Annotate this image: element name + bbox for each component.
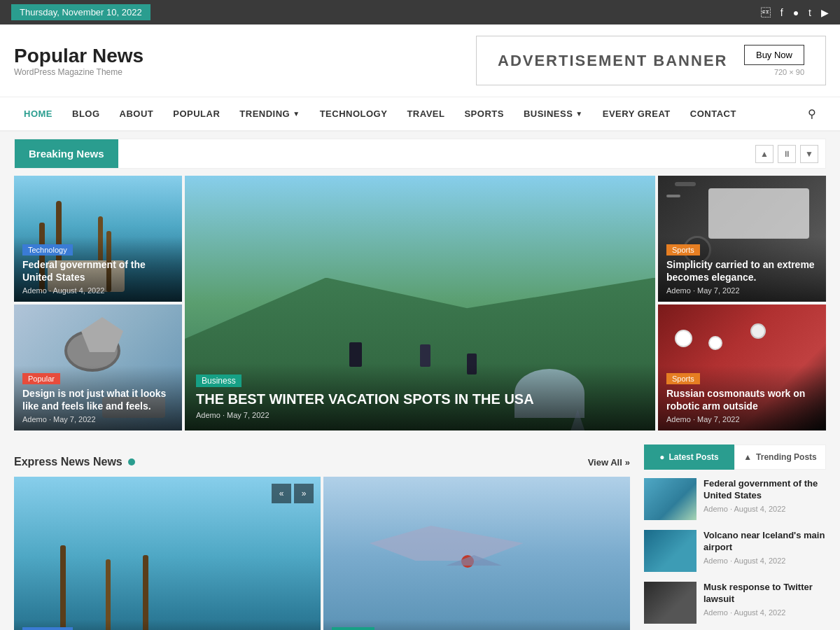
- card-badge: Technology: [22, 627, 73, 631]
- featured-card-bottom-right[interactable]: Sports Russian cosmonauts work on roboti…: [658, 304, 826, 430]
- nav-item-every-great[interactable]: EVERY GREAT: [593, 99, 680, 129]
- card-badge: Sports: [666, 244, 700, 255]
- card-meta: Ademo · August 4, 2022: [22, 286, 174, 295]
- fire-icon: ●: [659, 452, 664, 462]
- main-nav: HOME BLOG ABOUT POPULAR TRENDING ▼ TECHN…: [0, 97, 840, 132]
- nav-item-home[interactable]: HOME: [14, 99, 62, 129]
- nav-item-sports[interactable]: SPORTS: [454, 99, 513, 129]
- nav-item-travel[interactable]: TRAVEL: [397, 99, 454, 129]
- sidebar-thumb-3: [644, 582, 696, 624]
- breaking-news-label: Breaking News: [15, 139, 118, 168]
- card-meta-center: Ademo · May 7, 2022: [196, 411, 644, 419]
- carousel-cards: « » Technology Federal government of the…: [14, 477, 630, 630]
- top-bar: Thursday, November 10, 2022  f ● t ▶: [0, 0, 840, 24]
- featured-card-top-right[interactable]: Sports Simplicity carried to an extreme …: [658, 176, 826, 302]
- card-overlay-bottom-left: Popular Design is not just what it looks…: [14, 365, 182, 430]
- date-display: Thursday, November 10, 2022: [11, 4, 150, 20]
- sidebar-tabs: ● Latest Posts ▲ Trending Posts: [644, 444, 826, 470]
- breaking-news-bar: Breaking News ▲ ⏸ ▼: [14, 139, 826, 169]
- view-all-button[interactable]: View All »: [588, 457, 630, 468]
- sidebar-post-meta-1: Ademo · August 4, 2022: [704, 505, 826, 513]
- carousel-prev-button[interactable]: «: [272, 484, 291, 503]
- sidebar-post-info-1: Federal government of the United States …: [704, 478, 826, 513]
- thumb-image-1: [644, 478, 696, 520]
- sidebar-post-1: Federal government of the United States …: [644, 478, 826, 520]
- facebook-icon[interactable]: : [761, 7, 771, 18]
- chevron-right-icon: »: [625, 457, 630, 468]
- carousel-controls: « »: [272, 484, 314, 503]
- breaking-up-button[interactable]: ▲: [755, 145, 774, 163]
- card-meta-bottom-left: Ademo · May 7, 2022: [22, 415, 174, 424]
- sidebar-post-meta-3: Ademo · August 4, 2022: [704, 608, 826, 617]
- card-title-bottom-left: Design is not just what it looks like an…: [22, 387, 174, 412]
- thumb-image-3: [644, 582, 696, 624]
- carousel-wrapper: « » Technology Federal government of the…: [14, 477, 630, 630]
- instagram-icon[interactable]: ●: [793, 7, 799, 18]
- breaking-down-button[interactable]: ▼: [800, 145, 818, 163]
- site-title[interactable]: Popular News: [14, 45, 144, 67]
- featured-card-bottom-left[interactable]: Popular Design is not just what it looks…: [14, 304, 182, 430]
- sidebar: ● Latest Posts ▲ Trending Posts Federal …: [644, 444, 826, 630]
- sidebar-post-title-2[interactable]: Volcano near Iceland's main airport: [704, 530, 826, 554]
- card-title-top-right: Simplicity carried to an extreme becomes…: [666, 258, 818, 284]
- featured-card-center[interactable]: Business THE BEST WINTER VACATION SPOTS …: [185, 176, 655, 430]
- nav-item-contact[interactable]: CONTACT: [680, 99, 746, 129]
- nav-item-popular[interactable]: POPULAR: [163, 99, 230, 129]
- card-meta-top-right: Ademo · May 7, 2022: [666, 286, 818, 295]
- youtube-icon[interactable]: ▶: [821, 7, 829, 18]
- breaking-pause-button[interactable]: ⏸: [778, 145, 796, 163]
- card-title-center: THE BEST WINTER VACATION SPOTS IN THE US…: [196, 390, 644, 408]
- card-overlay: Technology Federal government of the Uni…: [14, 620, 321, 631]
- social-icons:  f ● t ▶: [761, 7, 829, 18]
- buy-now-button[interactable]: Buy Now: [744, 45, 804, 65]
- breaking-news-controls: ▲ ⏸ ▼: [748, 145, 825, 163]
- advertisement-banner: ADVERTISEMENT BANNER Buy Now 720 × 90: [476, 36, 826, 85]
- express-news-header: Express News News View All »: [14, 456, 630, 468]
- sidebar-thumb-2: [644, 530, 696, 572]
- carousel-card-1[interactable]: « » Technology Federal government of the…: [14, 477, 321, 630]
- sidebar-post-3: Musk response to Twitter lawsuit Ademo ·…: [644, 582, 826, 624]
- trending-icon: ▲: [743, 452, 752, 462]
- sidebar-post-title-3[interactable]: Musk response to Twitter lawsuit: [704, 582, 826, 606]
- card-overlay-2: Business Volcano near Iceland's main air…: [323, 620, 630, 631]
- sidebar-post-meta-2: Ademo · August 4, 2022: [704, 556, 826, 565]
- card-badge: Technology: [22, 244, 73, 255]
- section-dot: [128, 458, 135, 465]
- featured-card-top-left[interactable]: Technology Federal government of the Uni…: [14, 176, 182, 302]
- card-title-bottom-right: Russian cosmonauts work on robotic arm o…: [666, 387, 818, 412]
- nav-item-business[interactable]: BUSINESS ▼: [514, 99, 593, 129]
- express-news-title: Express News News: [14, 456, 122, 468]
- card-overlay-top-right: Sports Simplicity carried to an extreme …: [658, 237, 826, 302]
- tab-latest-posts[interactable]: ● Latest Posts: [644, 444, 734, 470]
- main-content: Technology Federal government of the Uni…: [0, 176, 840, 630]
- card-badge: Business: [332, 627, 374, 631]
- facebook-icon[interactable]: f: [780, 7, 783, 18]
- carousel-card-2[interactable]: Business Volcano near Iceland's main air…: [323, 477, 630, 630]
- nav-item-about[interactable]: ABOUT: [110, 99, 164, 129]
- card-overlay: Technology Federal government of the Uni…: [14, 237, 182, 302]
- twitter-icon[interactable]: t: [808, 7, 811, 18]
- two-col-layout: Express News News View All »: [14, 444, 826, 630]
- section-title: Express News News: [14, 456, 135, 468]
- card-title: Federal government of the United States: [22, 258, 174, 284]
- carousel-next-button[interactable]: »: [294, 484, 314, 503]
- site-header: Popular News WordPress Magazine Theme AD…: [0, 24, 840, 97]
- sidebar-post-title-1[interactable]: Federal government of the United States: [704, 478, 826, 502]
- thumb-image-2: [644, 530, 696, 572]
- chevron-down-icon: ▼: [293, 110, 300, 118]
- sidebar-thumb-1: [644, 478, 696, 520]
- nav-item-technology[interactable]: TECHNOLOGY: [310, 99, 398, 129]
- card-meta-bottom-right: Ademo · May 7, 2022: [666, 415, 818, 424]
- express-news-section: Express News News View All »: [14, 444, 630, 630]
- card-badge: Sports: [666, 373, 700, 384]
- card-badge: Business: [196, 374, 241, 387]
- sidebar-post-2: Volcano near Iceland's main airport Adem…: [644, 530, 826, 572]
- search-icon[interactable]: ⚲: [798, 97, 826, 130]
- nav-item-trending[interactable]: TRENDING ▼: [230, 99, 309, 129]
- featured-grid: Technology Federal government of the Uni…: [14, 176, 826, 430]
- nav-item-blog[interactable]: BLOG: [62, 99, 110, 129]
- sidebar-post-info-2: Volcano near Iceland's main airport Adem…: [704, 530, 826, 565]
- logo-area: Popular News WordPress Magazine Theme: [14, 45, 144, 77]
- site-subtitle: WordPress Magazine Theme: [14, 67, 144, 77]
- tab-trending-posts[interactable]: ▲ Trending Posts: [734, 444, 826, 470]
